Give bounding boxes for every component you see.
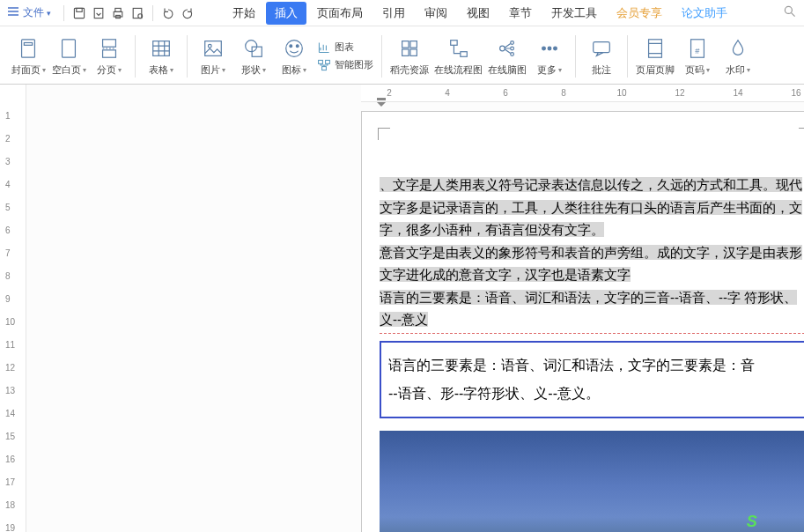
horizontal-ruler[interactable]: 24681012141618202224262830: [361, 85, 804, 102]
tab-member[interactable]: 会员专享: [608, 2, 671, 25]
table-icon: [148, 35, 174, 62]
svg-rect-14: [153, 41, 170, 56]
chevron-down-icon: ▾: [558, 66, 562, 74]
tab-page-layout[interactable]: 页面布局: [308, 2, 372, 25]
online-flow-button[interactable]: 在线流程图: [434, 30, 483, 83]
blank-page-icon: [55, 35, 82, 62]
mind-icon: [494, 35, 520, 62]
print-icon[interactable]: [108, 4, 128, 23]
chevron-down-icon: ▾: [170, 66, 173, 74]
chevron-down-icon: ▾: [42, 66, 46, 74]
svg-point-35: [542, 47, 546, 50]
svg-point-34: [511, 53, 514, 56]
svg-rect-0: [74, 8, 84, 18]
chart-smart-group: 图表 智能图形: [317, 41, 373, 72]
svg-rect-6: [133, 8, 142, 18]
redo-icon[interactable]: [178, 4, 197, 23]
table-button[interactable]: 表格▾: [144, 30, 179, 83]
hamburger-icon: [7, 6, 19, 19]
svg-point-33: [511, 47, 514, 50]
svg-point-19: [286, 41, 303, 57]
tab-view[interactable]: 视图: [458, 2, 498, 25]
svg-rect-22: [319, 60, 323, 63]
watermark-button[interactable]: 水印▾: [720, 30, 756, 83]
picture-label: 图片: [201, 63, 220, 77]
textbox-line1[interactable]: 语言的三要素是：语音、词汇和语法，文字的三要素是：音: [388, 351, 800, 380]
picture-button[interactable]: 图片▾: [195, 30, 231, 83]
svg-point-17: [246, 41, 257, 52]
svg-point-37: [554, 47, 557, 50]
comment-icon: [588, 35, 615, 62]
chart-button[interactable]: 图表: [317, 41, 373, 55]
header-footer-icon: [642, 35, 668, 62]
page-content[interactable]: 、文字是人类用表义符号记录表达信息以传之，久远的方式和工具。现代文字多是记录语言…: [362, 112, 804, 532]
watermark-label: 水印: [726, 63, 745, 77]
docer-button[interactable]: 稻壳资源: [390, 30, 429, 83]
cover-page-icon: [15, 35, 41, 62]
save-icon[interactable]: [70, 4, 89, 23]
margin-corner-tl: [378, 128, 390, 140]
tab-chapter[interactable]: 章节: [500, 2, 541, 25]
blank-page-label: 空白页: [52, 63, 81, 77]
svg-point-21: [296, 45, 299, 48]
comment-label: 批注: [592, 63, 611, 77]
svg-rect-23: [326, 60, 330, 63]
tab-insert[interactable]: 插入: [266, 2, 306, 25]
icon-button[interactable]: 图标▾: [277, 30, 312, 83]
chevron-down-icon: ▾: [222, 66, 225, 74]
tab-thesis[interactable]: 论文助手: [673, 2, 736, 25]
document-scroll[interactable]: 24681012141618202224262830 、文字是人类用表义符号记录…: [26, 85, 804, 532]
menu-bar: 文件 ▾ 开始 插入 页面布局 引用 审阅 视图 章节 开发工具 会员专享 论文…: [0, 0, 804, 26]
chevron-down-icon: ▾: [83, 66, 86, 74]
cover-page-button[interactable]: 封面页▾: [11, 30, 46, 83]
shape-button[interactable]: 形状▾: [236, 30, 271, 83]
svg-rect-27: [402, 49, 409, 55]
textbox-line2[interactable]: --语音、形--字符形状、义--意义。: [388, 380, 800, 408]
inserted-text-box[interactable]: 语言的三要素是：语音、词汇和语法，文字的三要素是：音 --语音、形--字符形状、…: [380, 341, 804, 418]
tab-review[interactable]: 审阅: [416, 2, 456, 25]
tab-reference[interactable]: 引用: [373, 2, 414, 25]
svg-rect-38: [594, 42, 610, 53]
online-mind-button[interactable]: 在线脑图: [488, 30, 527, 83]
image-watermark: S www.xz7.com: [747, 508, 804, 532]
blank-page-button[interactable]: 空白页▾: [51, 30, 86, 83]
search-icon[interactable]: [783, 4, 797, 21]
shape-icon: [240, 35, 267, 62]
file-menu-button[interactable]: 文件 ▾: [7, 5, 51, 20]
page-break-button[interactable]: 分页▾: [92, 30, 127, 83]
document-page[interactable]: 、文字是人类用表义符号记录表达信息以传之，久远的方式和工具。现代文字多是记录语言…: [361, 111, 804, 532]
svg-point-32: [511, 41, 514, 45]
page-break-label: 分页: [97, 63, 116, 77]
undo-icon[interactable]: [159, 4, 178, 23]
vertical-ruler[interactable]: 12345678910111213141516171819: [0, 85, 26, 532]
body-text-p3[interactable]: 语言的三要素是：语音、词汇和语法，文字的三音--语音、--字 符形状、义--意义: [380, 290, 797, 328]
insertion-cursor-line: [380, 333, 804, 334]
svg-rect-26: [410, 41, 417, 48]
separator: [187, 35, 188, 78]
svg-rect-15: [205, 41, 222, 56]
indent-marker-icon[interactable]: [375, 97, 387, 109]
header-footer-button[interactable]: 页眉页脚: [636, 30, 675, 83]
flow-icon: [446, 35, 472, 62]
tab-dev-tools[interactable]: 开发工具: [542, 2, 606, 25]
icon-label: 图标: [282, 63, 301, 77]
embedded-image-sky[interactable]: S www.xz7.com: [380, 431, 804, 533]
page-number-button[interactable]: # 页码▾: [680, 30, 715, 83]
output-pdf-icon[interactable]: [89, 4, 108, 23]
svg-rect-24: [322, 66, 327, 70]
document-area: 12345678910111213141516171819 2468101214…: [0, 85, 804, 532]
body-text-p2[interactable]: 意音文字是由表义的象形符号和表音的声旁组。成的文字，汉字是由表形文字进化成的意音…: [380, 245, 802, 283]
chevron-down-icon: ▾: [747, 66, 750, 74]
margin-corner-tr: [799, 128, 804, 140]
more-button[interactable]: 更多▾: [532, 30, 567, 83]
comment-button[interactable]: 批注: [584, 30, 619, 83]
tab-start[interactable]: 开始: [224, 2, 264, 25]
watermark-icon: [725, 35, 751, 62]
chevron-down-icon: ▾: [47, 9, 51, 18]
print-preview-icon[interactable]: [128, 4, 147, 23]
smart-graphic-button[interactable]: 智能图形: [317, 58, 373, 72]
table-label: 表格: [149, 63, 168, 77]
body-text-p1[interactable]: 、文字是人类用表义符号记录表达信息以传之，久远的方式和工具。现代文字多是记录语言…: [380, 177, 802, 237]
svg-rect-28: [410, 49, 417, 55]
svg-rect-9: [22, 40, 35, 57]
